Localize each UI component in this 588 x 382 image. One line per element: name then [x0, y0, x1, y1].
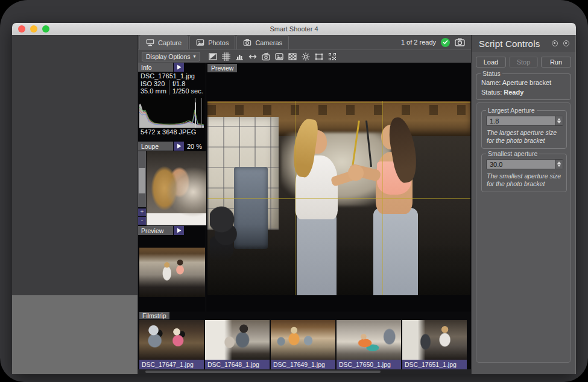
loupe-play-icon[interactable]	[174, 142, 184, 151]
filmstrip-thumb-2[interactable]: DSC_17648_1.jpg	[205, 320, 270, 369]
thumb-image	[271, 320, 335, 360]
smallest-aperture-value: 30.0	[487, 160, 555, 169]
info-dimensions: 5472 x 3648 JPEG	[138, 128, 206, 136]
tab-cameras[interactable]: Cameras	[236, 35, 289, 49]
main-preview-photo[interactable]	[207, 101, 470, 295]
photos-tab-icon	[196, 39, 204, 46]
script-panel-float-icon[interactable]	[552, 40, 558, 46]
thumb-filename: DSC_17651_1.jpg	[402, 360, 467, 369]
filmstrip: Filmstrip DSC_17647_1.jpg DSC_17648_1.jp…	[138, 312, 471, 369]
main-preview: Preview	[206, 63, 471, 312]
display-options-arrow-icon: ▾	[194, 54, 196, 59]
stop-script-button[interactable]: Stop	[509, 57, 538, 67]
info-fstop: f/1.8	[169, 80, 188, 87]
load-script-button[interactable]: Load	[476, 57, 506, 67]
window-title: Smart Shooter 4	[12, 25, 576, 33]
contrast-icon[interactable]	[206, 51, 220, 62]
thumb-image	[205, 320, 270, 360]
info-iso: ISO 320	[138, 80, 169, 87]
smallest-aperture-spinner[interactable]: 30.0	[486, 159, 563, 169]
spinner-arrows-icon[interactable]	[555, 160, 563, 169]
info-panel-header: Info	[138, 63, 173, 72]
histogram-icon[interactable]	[233, 51, 246, 62]
info-focal-length: 35.0 mm	[138, 87, 169, 95]
smallest-aperture-group: Smallest aperture 30.0 The smallest aper…	[481, 154, 567, 192]
capture-tab-icon	[146, 39, 154, 46]
filmstrip-thumb-3[interactable]: DSC_17649_1.jpg	[271, 320, 335, 369]
script-params-container: Largest Aperture 1.8 The largest apertur…	[476, 102, 571, 363]
status-name-label: Name:	[481, 79, 501, 86]
thumb-filename: DSC_17650_1.jpg	[337, 360, 401, 369]
loupe-zoom-in-button[interactable]: +	[138, 208, 146, 216]
desktop-backdrop: Smart Shooter 4 Camera Controls Active C…	[0, 0, 588, 382]
tab-photos[interactable]: Photos	[189, 35, 235, 49]
spinner-arrows-icon[interactable]	[555, 116, 563, 125]
camera-status-icon[interactable]	[455, 38, 465, 46]
smallest-aperture-legend: Smallest aperture	[486, 150, 539, 157]
loupe-panel: Loupe 20 % + -	[138, 142, 206, 226]
info-filename: DSC_17651_1.jpg	[138, 72, 206, 80]
fit-width-icon[interactable]	[246, 51, 259, 62]
script-controls-header: Script Controls	[472, 35, 575, 52]
stop-label: Stop	[517, 58, 531, 66]
ready-check-icon	[441, 38, 450, 47]
filmstrip-thumb-1[interactable]: DSC_17647_1.jpg	[139, 320, 204, 369]
preview-panel: Preview	[138, 226, 206, 312]
grid-overlay-icon[interactable]	[220, 51, 233, 62]
loupe-zoom-slider-thumb[interactable]	[139, 168, 145, 193]
grid-line-horizontal-2	[207, 198, 470, 199]
display-toolbar: Display Options ▾	[138, 49, 471, 63]
side-panels-column: Info DSC_17651_1.jpg ISO 320 f/1.8 35.0 …	[138, 63, 206, 312]
tab-bar: Capture Photos Cameras 1 of 2 ready	[138, 35, 471, 49]
filmstrip-header: Filmstrip	[139, 312, 169, 319]
filmstrip-scrollbar-thumb[interactable]	[145, 371, 381, 373]
preview-play-icon[interactable]	[174, 226, 184, 235]
preview-panel-header: Preview	[138, 226, 173, 235]
largest-aperture-group: Largest Aperture 1.8 The largest apertur…	[481, 110, 567, 149]
camera-controls-dark-extent	[12, 35, 138, 295]
info-panel: Info DSC_17651_1.jpg ISO 320 f/1.8 35.0 …	[138, 63, 206, 142]
thumb-filename: DSC_17647_1.jpg	[139, 360, 204, 369]
filmstrip-thumb-4[interactable]: DSC_17650_1.jpg	[337, 320, 401, 369]
barcode-icon[interactable]	[326, 51, 339, 62]
photo-figure-left	[297, 212, 336, 295]
brightness-icon[interactable]	[299, 51, 312, 62]
loupe-panel-header: Loupe	[138, 142, 173, 151]
load-label: Load	[484, 58, 498, 66]
run-label: Run	[550, 58, 562, 66]
script-status-group: Status Name: Aperture bracket Status: Re…	[476, 74, 571, 100]
thumb-image	[402, 320, 467, 360]
display-options-button[interactable]: Display Options ▾	[142, 52, 200, 61]
largest-aperture-spinner[interactable]: 1.8	[486, 116, 563, 126]
capture-tab-label: Capture	[158, 39, 182, 46]
photo-region	[207, 105, 470, 114]
preview-thumbnail[interactable]	[139, 248, 205, 297]
status-legend: Status	[481, 70, 502, 77]
thumb-filename: DSC_17648_1.jpg	[205, 360, 270, 369]
status-state-value: Ready	[504, 89, 523, 96]
rotate-camera-icon[interactable]	[259, 51, 273, 62]
crop-frame-icon[interactable]	[312, 51, 326, 62]
loupe-zoom-out-button[interactable]: -	[138, 217, 146, 225]
thumb-image	[337, 320, 401, 360]
highlight-clipping-icon[interactable]	[286, 51, 299, 62]
camera-controls-panel: Camera Controls Active Camera Single Can…	[12, 35, 138, 374]
filmstrip-scrollbar[interactable]	[138, 369, 471, 374]
loupe-zoom-level: 20 %	[187, 143, 202, 150]
live-view-screen-icon[interactable]	[273, 51, 286, 62]
script-controls-panel: Script Controls Load Stop Run Status Nam…	[472, 35, 575, 374]
loupe-image[interactable]	[147, 151, 206, 225]
script-panel-close-icon[interactable]	[563, 40, 569, 46]
plus-icon: +	[141, 208, 144, 215]
info-play-icon[interactable]	[174, 63, 184, 72]
ready-status: 1 of 2 ready	[401, 35, 465, 49]
run-script-button[interactable]: Run	[541, 57, 571, 67]
loupe-zoom-slider[interactable]	[138, 151, 146, 207]
capture-workspace: Info DSC_17651_1.jpg ISO 320 f/1.8 35.0 …	[138, 63, 471, 374]
filmstrip-thumb-5[interactable]: DSC_17651_1.jpg	[402, 320, 467, 369]
info-shutter: 1/250 sec.	[169, 87, 206, 95]
ready-status-text: 1 of 2 ready	[401, 39, 436, 46]
photos-tab-label: Photos	[208, 39, 229, 46]
tab-capture[interactable]: Capture	[139, 35, 188, 49]
largest-aperture-caption: The largest aperture size for the photo …	[487, 129, 565, 145]
